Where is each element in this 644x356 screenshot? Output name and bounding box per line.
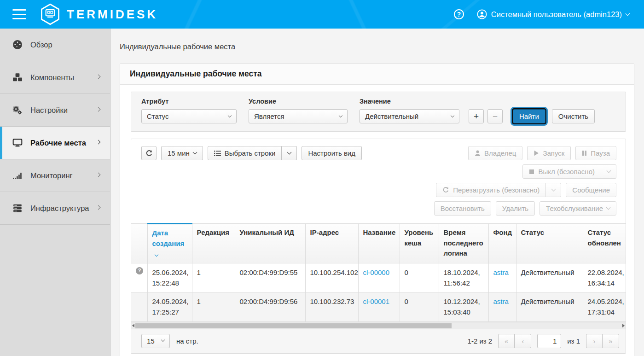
sort-descending-icon [154, 253, 158, 257]
chevron-down-icon [551, 187, 556, 192]
column-indicator [131, 224, 147, 263]
chevron-right-icon [96, 205, 101, 210]
prev-page-button[interactable]: ‹ [515, 334, 531, 348]
chevron-right-icon [96, 172, 101, 177]
page-count-label: из 1 [567, 337, 580, 345]
owner-button[interactable]: Владелец [468, 146, 522, 160]
select-rows-dropdown[interactable] [282, 146, 297, 160]
monitor-icon [12, 138, 23, 148]
page-number-input[interactable] [537, 334, 561, 348]
last-page-button[interactable]: » [603, 334, 619, 348]
restore-button[interactable]: Восстановить [434, 201, 491, 216]
refresh-icon [145, 150, 153, 157]
column-status[interactable]: Статус [516, 224, 583, 263]
chevron-down-icon [606, 169, 611, 173]
column-revision[interactable]: Редакция [192, 224, 235, 263]
chevron-down-icon [451, 113, 454, 117]
next-page-button[interactable]: › [586, 334, 603, 348]
attribute-select[interactable]: Статус [141, 109, 237, 123]
card-title: Индивидуальные рабочие места [120, 64, 634, 85]
value-label: Значение [360, 98, 459, 105]
remove-filter-button[interactable]: − [487, 109, 503, 123]
pool-link[interactable]: astra [493, 298, 509, 305]
sidebar-item-settings[interactable]: Настройки [0, 94, 110, 127]
workplaces-card: Индивидуальные рабочие места Атрибут Ста… [120, 64, 634, 356]
sidebar-item-infrastructure[interactable]: Инфраструктура [0, 192, 110, 225]
message-button[interactable]: Сообщение [566, 183, 616, 197]
power-off-safe-button[interactable]: Выкл (безопасно) [522, 164, 601, 179]
column-last-login[interactable]: Время последнего логина [439, 224, 488, 263]
column-cache-level[interactable]: Уровень кеша [400, 224, 439, 263]
delete-button[interactable]: Удалить [496, 201, 535, 216]
sidebar-item-components[interactable]: Компоненты [0, 61, 110, 94]
scroll-right-icon[interactable] [622, 324, 625, 327]
sidebar-item-label: Мониторинг [30, 171, 97, 180]
power-off-dropdown[interactable] [601, 164, 616, 179]
column-uid[interactable]: Уникальный ИД [235, 224, 305, 263]
filter-panel: Атрибут Статус Условие Является [131, 92, 626, 132]
refresh-button[interactable] [141, 146, 157, 160]
user-label: Системный пользователь (admin123) [491, 10, 622, 19]
grid-panel: 15 мин Выбрать строки [131, 139, 626, 354]
column-ip[interactable]: IP-адрес [305, 224, 358, 263]
top-bar: TERMIDESK ? Системный пользователь (admi… [0, 0, 644, 29]
refresh-interval-dropdown[interactable]: 15 мин [161, 146, 203, 160]
chevron-down-icon [287, 150, 291, 155]
help-icon[interactable]: ? [454, 9, 464, 19]
page-size-select[interactable]: 15 [141, 334, 170, 348]
grid-toolbar: 15 мин Выбрать строки [131, 139, 626, 223]
scrollbar-thumb[interactable] [135, 323, 452, 328]
chevron-down-icon [161, 338, 165, 342]
page-title: Индивидуальные рабочие места [120, 42, 634, 51]
sidebar-item-workplaces[interactable]: Рабочие места [0, 127, 110, 159]
table-row[interactable]: 24.05.2024, 17:25:27 1 02:00:D4:99:D9:56… [131, 292, 626, 322]
column-status-updated[interactable]: Статус обновлен [583, 224, 626, 263]
start-button[interactable]: Запуск [527, 146, 571, 160]
range-label: 1-2 из 2 [468, 337, 493, 345]
scroll-left-icon[interactable] [132, 324, 134, 327]
pause-icon [582, 150, 587, 156]
gears-icon [12, 105, 23, 115]
chevron-down-icon [626, 11, 630, 16]
signal-bars-icon [12, 170, 23, 181]
workplace-link[interactable]: cl-00000 [363, 268, 390, 276]
condition-select[interactable]: Является [249, 109, 348, 123]
sidebar-item-monitoring[interactable]: Мониторинг [0, 159, 110, 192]
stop-icon [529, 169, 534, 175]
chevron-down-icon [228, 113, 232, 117]
sidebar-item-label: Инфраструктура [30, 204, 97, 213]
chevron-down-icon [339, 113, 342, 117]
sidebar-item-label: Обзор [30, 41, 100, 49]
condition-label: Условие [249, 98, 348, 105]
add-filter-button[interactable]: + [469, 109, 484, 123]
chevron-right-icon [96, 140, 101, 144]
pause-button[interactable]: Пауза [575, 146, 616, 160]
table-row[interactable]: 25.06.2024, 15:22:48 1 02:00:D4:99:D9:55… [131, 263, 626, 292]
cubes-icon [12, 72, 23, 82]
column-name[interactable]: Название [358, 224, 400, 263]
column-pool[interactable]: Фонд [488, 224, 516, 263]
sidebar-item-overview[interactable]: Обзор [0, 29, 110, 61]
workplaces-table: Дата создания Редакция Уникальный ИД IP-… [131, 223, 626, 322]
select-rows-button[interactable]: Выбрать строки [208, 146, 282, 160]
horizontal-scrollbar[interactable] [131, 322, 626, 329]
workplace-link[interactable]: cl-00001 [363, 298, 390, 305]
pool-link[interactable]: astra [493, 268, 509, 276]
dashboard-icon [12, 40, 23, 50]
column-created[interactable]: Дата создания [147, 224, 192, 263]
configure-view-button[interactable]: Настроить вид [302, 146, 362, 160]
user-menu[interactable]: Системный пользователь (admin123) [477, 9, 629, 19]
clear-button[interactable]: Очистить [552, 109, 595, 123]
maintenance-dropdown[interactable]: Техобслуживание [540, 201, 616, 216]
list-icon [214, 150, 221, 157]
reload-icon [442, 187, 449, 193]
value-select[interactable]: Действительный [360, 109, 459, 123]
reboot-safe-button[interactable]: Перезагрузить (безопасно) [436, 183, 546, 197]
brand-wordmark: TERMIDESK [67, 7, 158, 22]
search-button[interactable]: Найти [513, 109, 545, 123]
reboot-dropdown[interactable] [546, 183, 561, 197]
play-icon [534, 150, 539, 156]
first-page-button[interactable]: « [498, 334, 515, 348]
hamburger-menu-icon[interactable] [12, 9, 26, 19]
grid-footer: 15 на стр. 1-2 из 2 « ‹ [131, 329, 626, 353]
